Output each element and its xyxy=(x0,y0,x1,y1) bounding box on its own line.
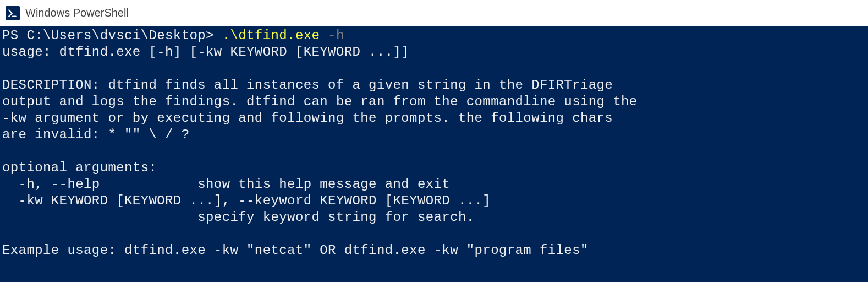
window-titlebar: Windows PowerShell xyxy=(0,0,868,26)
prompt-text: PS C:\Users\dvsci\Desktop> xyxy=(2,28,222,43)
output-optargs-header: optional arguments: xyxy=(2,160,157,175)
output-opt-help: -h, --help show this help message and ex… xyxy=(2,177,450,192)
output-desc-line: DESCRIPTION: dtfind finds all instances … xyxy=(2,78,613,93)
command-flag: -h xyxy=(320,28,344,43)
terminal-output[interactable]: PS C:\Users\dvsci\Desktop> .\dtfind.exe … xyxy=(0,26,868,259)
output-opt-kw: -kw KEYWORD [KEYWORD ...], --keyword KEY… xyxy=(2,193,491,208)
powershell-icon xyxy=(6,6,20,20)
output-opt-kw: specify keyword string for search. xyxy=(2,210,475,225)
output-example: Example usage: dtfind.exe -kw "netcat" O… xyxy=(2,243,589,258)
output-usage: usage: dtfind.exe [-h] [-kw KEYWORD [KEY… xyxy=(2,45,409,59)
output-desc-line: are invalid: * "" \ / ? xyxy=(2,127,189,142)
command-text: .\dtfind.exe xyxy=(222,28,320,43)
output-desc-line: output and logs the findings. dtfind can… xyxy=(2,94,638,109)
output-desc-line: -kw argument or by executing and followi… xyxy=(2,111,613,126)
window-title: Windows PowerShell xyxy=(25,7,129,19)
